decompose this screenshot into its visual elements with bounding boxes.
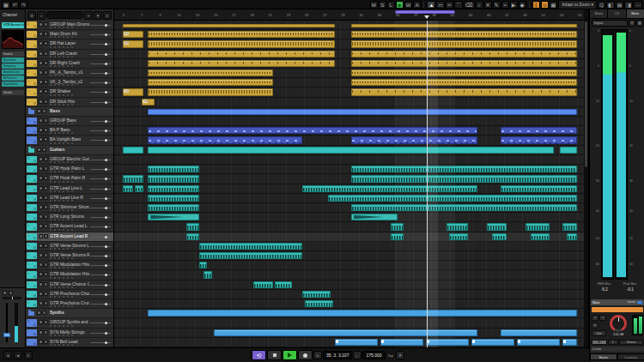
track-mute-button[interactable]: M xyxy=(39,176,43,180)
volume-slider-handle[interactable] xyxy=(105,168,107,171)
grid-lane[interactable] xyxy=(114,290,584,299)
clip-wave-teal[interactable] xyxy=(302,185,477,192)
track-solo-button[interactable]: S xyxy=(44,272,48,276)
grid-lane[interactable] xyxy=(114,270,584,281)
track-row-gtr-long-strums[interactable]: ≈30MSGTR Long Strums xyxy=(26,213,114,222)
levels-section-header[interactable]: Levels xyxy=(591,347,644,352)
clip-synth-flag[interactable] xyxy=(380,339,423,346)
clip-drum-dense[interactable] xyxy=(148,31,335,38)
clip-strip-yellow[interactable] xyxy=(351,24,577,27)
volume-slider-handle[interactable] xyxy=(105,274,107,276)
clip-wave-teal[interactable] xyxy=(492,233,507,240)
quantize-icon[interactable]: Q xyxy=(598,1,605,9)
glue-tool-icon[interactable]: ⌒ xyxy=(454,1,463,9)
track-volume-slider[interactable] xyxy=(90,237,111,238)
clip-synth[interactable] xyxy=(501,329,577,336)
volume-slider-handle[interactable] xyxy=(105,284,107,287)
track-solo-button[interactable]: S xyxy=(42,311,46,315)
track-row-dr-right-crash[interactable]: ♪14MSDR Right Crash xyxy=(26,59,114,69)
track-mute-button[interactable]: M xyxy=(39,292,43,296)
autoscroll-icon[interactable]: ↧ xyxy=(532,1,540,9)
track-mute-button[interactable]: M xyxy=(39,262,43,267)
clip-wave-teal[interactable] xyxy=(186,223,199,231)
track-solo-button[interactable]: S xyxy=(44,41,48,45)
clip-wave-teal[interactable] xyxy=(204,271,212,279)
track-solo-button[interactable]: S xyxy=(44,340,48,344)
clip-wave-teal[interactable] xyxy=(148,185,199,192)
track-mute-button[interactable]: M xyxy=(39,282,43,287)
clip-strip-teal[interactable] xyxy=(560,147,577,154)
clip-wave-teal[interactable] xyxy=(449,233,468,240)
folder-icon[interactable] xyxy=(28,148,34,153)
clip-wave-teal[interactable] xyxy=(148,166,199,172)
volume-slider-handle[interactable] xyxy=(105,293,107,296)
undo-icon[interactable]: ↶ xyxy=(11,1,19,9)
track-solo-button[interactable]: S xyxy=(44,32,48,36)
metronome-icon[interactable]: ♩ xyxy=(353,351,361,359)
track-row-group-electric-guitars[interactable]: Σ24MSGROUP Electric Guitars xyxy=(26,155,114,165)
clip-wave-teal[interactable] xyxy=(351,166,577,172)
track-solo-button[interactable]: S xyxy=(44,186,48,190)
volume-slider-handle[interactable] xyxy=(105,255,107,257)
track-color-tab[interactable]: ♪18 xyxy=(27,99,37,106)
tab-control-room[interactable]: CR xyxy=(608,9,626,18)
track-volume-slider[interactable] xyxy=(90,54,111,55)
pan-control[interactable] xyxy=(3,297,21,299)
meter-settings-icon[interactable]: ⚙ xyxy=(629,20,635,27)
clip-wave-teal[interactable] xyxy=(199,243,302,250)
track-row-gtr-verse-strums-l[interactable]: ≈33MSGTR Verse Strums L xyxy=(26,242,114,251)
track-mute-button[interactable]: M xyxy=(39,80,43,84)
grid-lane[interactable] xyxy=(114,281,584,290)
track-color-tab[interactable]: ≈38 xyxy=(27,291,37,298)
playhead-line[interactable] xyxy=(427,21,428,347)
track-volume-slider[interactable] xyxy=(90,63,111,64)
clip-drum-sparse[interactable] xyxy=(148,51,335,57)
track-volume-slider[interactable] xyxy=(90,246,111,247)
track-color-tab[interactable]: ♪17 xyxy=(27,88,37,96)
tab-loudness[interactable]: Loudness xyxy=(617,353,644,360)
object-select-tool-icon[interactable]: ▲ xyxy=(427,1,435,9)
track-row-group-main-drums[interactable]: Σ10MSGROUP Main Drums xyxy=(26,21,114,30)
position-display[interactable]: 35. 3. 3.107 xyxy=(323,351,352,359)
track-mute-button[interactable]: M xyxy=(39,128,43,132)
track-color-tab[interactable]: ♪22 xyxy=(27,136,37,144)
track-solo-button[interactable]: S xyxy=(44,70,48,75)
automation-write-button[interactable]: W xyxy=(404,1,413,9)
track-mute-button[interactable]: M xyxy=(39,301,43,305)
speaker-a-icon[interactable]: ◖ xyxy=(592,315,598,321)
track-row-gtr-prechorus-crunch[interactable]: ≈39MSGTR Prechorus Crunch xyxy=(26,299,114,309)
volume-slider-handle[interactable] xyxy=(105,139,107,142)
meter-layout-icon[interactable]: ▦ xyxy=(636,20,643,27)
track-row-gtr-hook-palm-l[interactable]: ≈25MSGTR Hook Palm L xyxy=(26,165,114,174)
clip-wave-teal[interactable] xyxy=(199,262,207,268)
volume-slider-handle[interactable] xyxy=(105,197,107,200)
cycle-range-bar[interactable] xyxy=(395,10,455,14)
clip-wave-teal[interactable] xyxy=(351,204,577,211)
sends-section-header[interactable]: Sends xyxy=(2,90,24,95)
clip-wave-teal[interactable] xyxy=(328,195,577,202)
tab-media[interactable]: Media xyxy=(590,9,608,18)
volume-slider-handle[interactable] xyxy=(105,216,107,219)
track-solo-button[interactable]: S xyxy=(42,109,46,113)
track-volume-slider[interactable] xyxy=(90,73,111,74)
clip-wave-teal[interactable] xyxy=(391,223,404,231)
track-color-tab[interactable]: ≈31 xyxy=(27,223,37,231)
track-volume-slider[interactable] xyxy=(90,198,111,199)
track-mute-button[interactable]: M xyxy=(39,205,43,209)
track-color-tab[interactable]: ♪13 xyxy=(27,51,37,57)
record-enable-button[interactable]: ■ xyxy=(396,1,404,9)
clip-wave-teal[interactable] xyxy=(123,185,133,192)
find-track-icon[interactable]: ⌕ xyxy=(37,11,46,20)
track-volume-slider[interactable] xyxy=(90,226,111,227)
track-row-dr-shaker[interactable]: ♪17MSDR Shaker xyxy=(26,87,114,98)
track-row-gtr-accent-lead-r[interactable]: ≈32MSGTR Accent Lead R xyxy=(26,232,114,242)
track-color-tab[interactable]: Σ41 xyxy=(27,319,37,327)
clip-wave-teal[interactable] xyxy=(447,223,468,231)
volume-slider-handle[interactable] xyxy=(105,72,107,75)
track-color-tab[interactable]: ♪21 xyxy=(27,127,37,134)
track-solo-button[interactable]: S xyxy=(44,224,48,228)
track-volume-slider[interactable] xyxy=(90,130,111,131)
clip-drum-sparse[interactable] xyxy=(351,60,577,67)
volume-slider-handle[interactable] xyxy=(105,178,107,180)
track-solo-button[interactable]: S xyxy=(44,292,48,296)
